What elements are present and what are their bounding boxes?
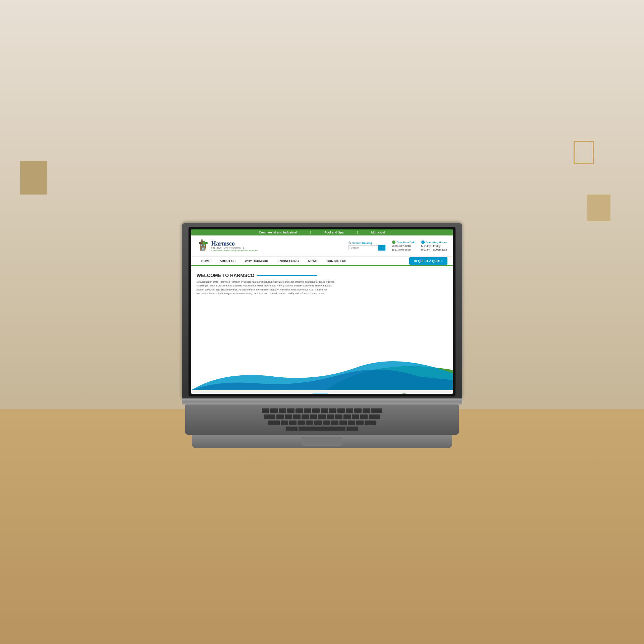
key[interactable] [304,408,311,413]
clock-icon [421,240,425,244]
key[interactable] [352,414,359,419]
key[interactable] [270,408,278,413]
municipal-logo-area[interactable] [396,393,413,394]
key[interactable] [356,420,364,425]
laptop-lid: Commercial and Industrial | Pool and Spa… [182,223,462,398]
nav-about[interactable]: ABOUT US [215,257,240,265]
key[interactable] [285,414,292,419]
laptop-hinge [182,398,462,405]
navigation: HOME ABOUT US WHY HARMSCO ENGINEERING NE… [191,257,453,266]
nav-home[interactable]: HOME [197,257,215,265]
nav-contact[interactable]: CONTACT US [322,257,351,265]
nav-engineering[interactable]: ENGINEERING [273,257,304,265]
key[interactable] [346,408,353,413]
laptop-keyboard [185,405,459,435]
key[interactable] [312,408,320,413]
brand-tagline: Economical Solutions to Liquid Filtratio… [211,250,258,252]
logo-area[interactable]: Harmsco FILTRATION PRODUCTS Economical S… [197,238,258,254]
nav-news[interactable]: NEWS [304,257,322,265]
deco-box-left [20,161,47,195]
nav-why[interactable]: WHY HARMSCO [240,257,273,265]
search-area: 🔍 Search Catalog → [348,241,385,251]
topbar-pool[interactable]: Pool and Spa [324,231,343,234]
topbar-sep2: | [357,231,358,234]
key[interactable] [268,420,280,425]
pool-logo-area[interactable] [312,393,329,394]
screen-bezel: Commercial and Industrial | Pool and Spa… [189,227,455,396]
wave-decoration [191,350,453,390]
trackpad-area [192,435,452,448]
site-header: Harmsco FILTRATION PRODUCTS Economical S… [191,235,453,257]
key[interactable] [314,420,322,425]
key[interactable] [329,408,336,413]
main-content: WELCOME TO HARMSCO Established in 1958, … [191,266,453,390]
svg-line-7 [205,244,206,250]
municipal-badge [396,393,413,394]
brand-sub: FILTRATION PRODUCTS [211,247,258,249]
search-button[interactable]: → [378,245,385,251]
key[interactable] [298,420,305,425]
key-shift[interactable] [286,426,298,431]
key-row-1 [262,408,382,413]
key-row-3 [268,420,376,425]
key[interactable] [289,420,297,425]
deco-frame [574,141,594,164]
key[interactable] [354,408,362,413]
key[interactable] [321,408,328,413]
key[interactable] [318,414,326,419]
bottom-logos: hfp [191,390,453,394]
hours-label: Operating Hours [421,240,447,244]
search-input[interactable] [348,245,378,250]
key[interactable] [348,420,355,425]
key[interactable] [335,414,342,419]
key-row-space [286,426,358,431]
key[interactable] [337,408,345,413]
request-quote-button[interactable]: REQUEST A QUOTE [409,257,447,265]
topbar-sep1: | [310,231,311,234]
svg-rect-3 [201,239,203,241]
key[interactable] [264,414,275,419]
key[interactable] [369,414,380,419]
laptop: Commercial and Industrial | Pool and Spa… [182,223,462,448]
search-label: 🔍 Search Catalog [348,241,385,245]
svg-rect-5 [204,245,205,246]
deco-box-right [587,195,610,221]
key[interactable] [323,420,330,425]
hours-info: Operating Hours Monday - Friday 8:00am -… [421,240,447,251]
website: Commercial and Industrial | Pool and Spa… [191,229,453,394]
title-underline [257,275,317,276]
key[interactable] [310,414,317,419]
topbar-municipal[interactable]: Municipal [371,231,385,234]
call-label: Give Us a Call [392,240,414,244]
key[interactable] [302,414,309,419]
key[interactable] [363,408,370,413]
key[interactable] [281,420,288,425]
welcome-title: WELCOME TO HARMSCO [197,273,447,278]
key[interactable] [331,420,338,425]
key[interactable] [327,414,334,419]
key[interactable] [279,408,286,413]
svg-rect-4 [201,245,202,246]
key[interactable] [296,408,303,413]
key[interactable] [339,420,347,425]
screen: Commercial and Industrial | Pool and Spa… [191,229,453,394]
key-space[interactable] [299,426,345,431]
key[interactable] [293,414,301,419]
key-shift-r[interactable] [346,426,358,431]
contact-info: Give Us a Call (800) 327-3248 (561) 848-… [392,240,414,251]
search-icon: 🔍 [348,241,352,245]
hours-days: Monday - Friday [421,245,447,248]
topbar-commercial[interactable]: Commercial and Industrial [259,231,297,234]
key[interactable] [276,414,284,419]
key[interactable] [360,414,368,419]
key[interactable] [262,408,269,413]
key[interactable] [343,414,351,419]
key[interactable] [365,420,376,425]
key[interactable] [371,408,382,413]
welcome-section: WELCOME TO HARMSCO Established in 1958, … [197,273,447,295]
key[interactable] [287,408,294,413]
trackpad[interactable] [302,437,342,446]
phone2: (561) 848-9628 [392,248,414,251]
key[interactable] [306,420,313,425]
svg-rect-11 [312,393,329,394]
